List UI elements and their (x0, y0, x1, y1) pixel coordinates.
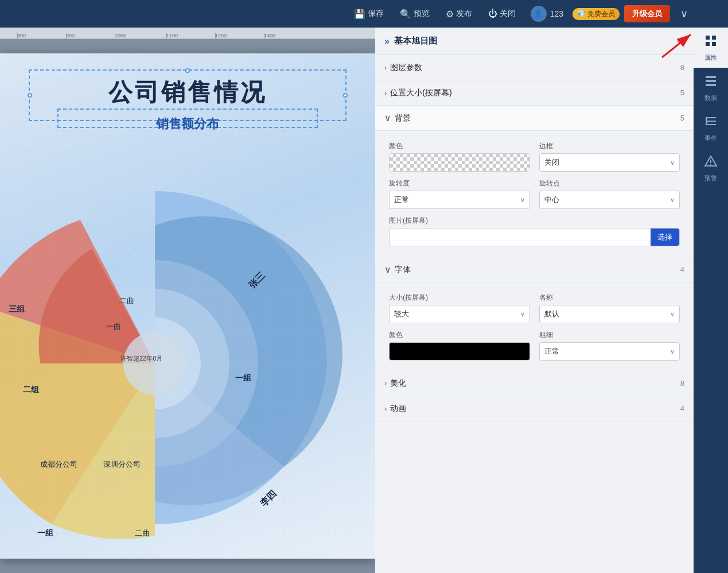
topbar-more[interactable]: ∨ (675, 7, 694, 20)
font-name-select[interactable]: 默认 ∨ (539, 305, 680, 323)
svg-rect-17 (706, 42, 710, 46)
svg-text:二曲: 二曲 (135, 529, 150, 537)
font-weight-select[interactable]: 正常 ∨ (539, 342, 680, 361)
slide-title[interactable]: 公司销售情况 (0, 76, 375, 109)
sidebar-item-data[interactable]: 数据 (694, 68, 728, 108)
publish-label: 发布 (456, 9, 472, 19)
border-select[interactable]: 关闭 ∨ (539, 153, 680, 172)
chevron-animation: › (384, 404, 387, 413)
avatar: 👤 (531, 6, 547, 22)
save-button[interactable]: 💾 保存 (348, 6, 390, 22)
font-size-label: 大小(按屏幕) (389, 293, 530, 303)
svg-rect-19 (706, 76, 716, 78)
svg-text:三组: 三组 (9, 304, 25, 313)
font-color-picker[interactable] (389, 342, 530, 361)
rotation-value: 正常 (394, 195, 409, 205)
ruler-mark-900: 900 (66, 33, 75, 38)
pivot-label: 旋转点 (539, 179, 680, 188)
color-control (389, 153, 530, 172)
user-info: 👤 123 (526, 6, 568, 22)
chevron-beautify: › (384, 379, 387, 388)
font-weight-value: 正常 (544, 346, 559, 357)
font-count: 4 (680, 265, 684, 274)
save-icon: 💾 (354, 9, 365, 20)
section-layer-count: 8 (680, 63, 684, 72)
section-beautify[interactable]: › 美化 8 (375, 371, 694, 396)
svg-rect-15 (706, 36, 710, 40)
pivot-prop: 旋转点 中心 ∨ (535, 175, 685, 212)
slide-canvas[interactable]: 公司销售情况 销售额分布 (0, 39, 375, 573)
section-background-label: 背景 (395, 113, 680, 123)
preview-button[interactable]: 🔍 预览 (394, 6, 435, 22)
rotation-select[interactable]: 正常 ∨ (389, 191, 530, 209)
sidebar-item-events[interactable]: 事件 (694, 108, 728, 148)
rotation-label: 旋转度 (389, 179, 530, 188)
svg-text:二曲: 二曲 (119, 296, 134, 305)
ruler-mark-800: 800 (17, 33, 26, 38)
font-name-label: 名称 (539, 293, 680, 303)
font-size-prop: 大小(按屏幕) 较大 ∨ (384, 289, 535, 327)
border-value: 关闭 (544, 157, 559, 168)
upgrade-label: 升级会员 (632, 9, 662, 18)
rotation-prop: 旋转度 正常 ∨ (384, 175, 535, 212)
alert-icon (704, 154, 718, 172)
background-props: 颜色 边框 关闭 ∨ 旋转度 (375, 131, 694, 257)
upgrade-button[interactable]: 升级会员 (624, 5, 670, 22)
chevron-background-down: ∨ (384, 113, 391, 123)
data-label: 数据 (704, 94, 717, 102)
svg-text:深圳分公司: 深圳分公司 (103, 460, 141, 469)
image-select-button[interactable]: 选择 (651, 229, 679, 246)
close-button[interactable]: ⏻ 关闭 (482, 6, 521, 21)
section-position[interactable]: › 位置大小(按屏幕) 5 (375, 80, 694, 106)
sunburst-chart[interactable]: 张三 李四 一组 二组 三组 一曲 二曲 一组 (0, 134, 310, 559)
svg-rect-21 (706, 84, 716, 86)
ruler: 800 900 1000 1100 1200 1300 (0, 28, 375, 39)
ruler-mark-1000: 1000 (115, 33, 126, 38)
section-animation[interactable]: › 动画 4 (375, 396, 694, 421)
image-input[interactable] (390, 229, 651, 246)
image-label: 图片(按屏幕) (389, 216, 680, 226)
sidebar-item-alerts[interactable]: 预警 (694, 148, 728, 188)
image-control: 选择 (389, 228, 680, 246)
font-size-select[interactable]: 较大 ∨ (389, 305, 530, 323)
ruler-mark-1200: 1200 (215, 33, 227, 38)
svg-text:一组: 一组 (235, 373, 252, 382)
section-animation-count: 4 (680, 404, 684, 413)
canvas-area[interactable]: 800 900 1000 1100 1200 1300 (0, 28, 375, 573)
section-position-label: 位置大小(按屏幕) (390, 88, 680, 98)
topbar: 💾 保存 🔍 预览 ⚙ 发布 ⏻ 关闭 👤 123 💎 免费会员 升级会员 ∨ (0, 0, 728, 28)
color-picker[interactable] (389, 153, 530, 172)
font-color-label: 颜色 (389, 330, 530, 340)
events-icon (704, 114, 718, 131)
pivot-select[interactable]: 中心 ∨ (539, 191, 680, 209)
svg-text:成都分公司: 成都分公司 (40, 460, 77, 469)
font-name-prop: 名称 默认 ∨ (535, 289, 685, 327)
publish-icon: ⚙ (446, 9, 454, 20)
font-header[interactable]: ∨ 字体 4 (375, 257, 694, 282)
font-color-prop: 颜色 (384, 327, 535, 364)
free-badge[interactable]: 💎 免费会员 (573, 8, 620, 20)
diamond-icon: 💎 (577, 10, 586, 18)
color-prop: 颜色 (384, 138, 535, 175)
color-label: 颜色 (389, 141, 530, 151)
close-icon: ⏻ (488, 9, 497, 19)
free-badge-label: 免费会员 (587, 9, 615, 19)
panel-expand-icon[interactable]: » (384, 36, 390, 47)
svg-rect-16 (712, 36, 716, 40)
chevron-position: › (384, 88, 387, 97)
svg-point-0 (123, 332, 186, 395)
background-header[interactable]: ∨ 背景 5 (375, 106, 694, 131)
slide-subtitle[interactable]: 销售额分布 (0, 115, 375, 133)
section-background: ∨ 背景 5 颜色 边框 关闭 (375, 106, 694, 257)
font-name-arrow: ∨ (670, 311, 675, 318)
section-layer-label: 图层参数 (390, 63, 680, 73)
section-layer-params[interactable]: › 图层参数 8 (375, 55, 694, 80)
close-label: 关闭 (500, 9, 516, 19)
save-label: 保存 (368, 9, 384, 19)
pivot-value: 中心 (544, 195, 559, 205)
user-name: 123 (550, 9, 563, 18)
events-label: 事件 (704, 134, 717, 142)
svg-rect-20 (706, 80, 716, 82)
publish-button[interactable]: ⚙ 发布 (440, 6, 478, 22)
svg-rect-25 (706, 117, 707, 125)
